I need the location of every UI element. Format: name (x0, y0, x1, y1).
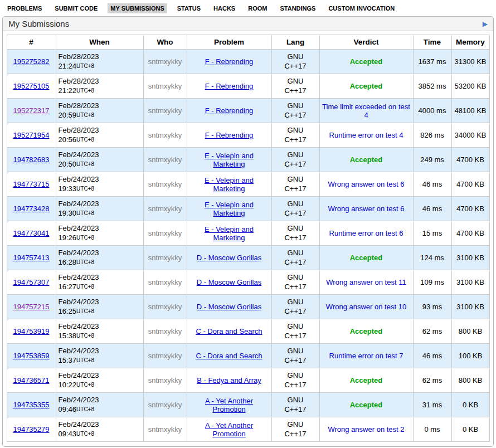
submission-id-cell: 194782683 (7, 148, 56, 172)
submission-author: sntmxykky (143, 197, 187, 221)
submission-exec-time: 826 ms (413, 123, 451, 148)
submission-verdict: Accepted (319, 246, 413, 270)
submission-id-link[interactable]: 195275282 (13, 57, 49, 66)
submission-problem-cell: F - Rebrending (187, 50, 271, 74)
submission-id-link[interactable]: 194753919 (13, 327, 49, 335)
language-text: C++17 (274, 233, 317, 243)
problem-link[interactable]: F - Rebrending (205, 106, 254, 115)
contest-nav: PROBLEMSSUBMIT CODEMY SUBMISSIONSSTATUSH… (0, 0, 496, 16)
language-text: GNU (274, 420, 317, 430)
submission-id-link[interactable]: 194735279 (13, 425, 49, 434)
timezone-label: UTC+8 (76, 161, 94, 167)
language-text: GNU (274, 347, 317, 356)
language-text: C++17 (274, 62, 317, 71)
submission-time: 19:26UTC+8 (59, 233, 141, 242)
problem-link[interactable]: D - Moscow Gorillas (197, 303, 261, 311)
submission-id-cell: 194773428 (7, 197, 56, 221)
submission-when: Feb/24/202316:28UTC+8 (56, 246, 143, 270)
verdict-text: Wrong answer on test 11 (326, 278, 406, 286)
language-text: C++17 (274, 430, 317, 439)
submission-row-194773715: 194773715Feb/24/202319:33UTC+8sntmxykkyE… (7, 172, 489, 197)
submission-row-194735355: 194735355Feb/24/202309:46UTC+8sntmxykkyA… (7, 393, 489, 417)
timezone-label: UTC+8 (76, 259, 94, 265)
submission-author: sntmxykky (143, 99, 187, 123)
submission-exec-time: 109 ms (413, 270, 451, 295)
problem-link[interactable]: E - Velepin and Marketing (205, 225, 254, 242)
submission-id-link[interactable]: 194773715 (13, 180, 49, 188)
submission-author: sntmxykky (143, 148, 187, 172)
timezone-label: UTC+8 (76, 357, 94, 363)
submission-id-link[interactable]: 194773428 (13, 204, 49, 213)
submission-memory: 800 KB (451, 319, 489, 344)
submission-exec-time: 0 ms (413, 417, 451, 442)
problem-link[interactable]: C - Dora and Search (196, 352, 262, 360)
submission-row-194735279: 194735279Feb/24/202309:43UTC+8sntmxykkyA… (7, 417, 489, 442)
submission-id-link[interactable]: 194757307 (13, 278, 49, 286)
verdict-text: Accepted (350, 82, 383, 90)
submission-id-link[interactable]: 194782683 (13, 155, 49, 164)
problem-link[interactable]: E - Velepin and Marketing (205, 152, 254, 168)
problem-link[interactable]: E - Velepin and Marketing (205, 176, 254, 193)
submission-when: Feb/24/202319:26UTC+8 (56, 221, 143, 246)
submission-date: Feb/24/2023 (59, 224, 141, 233)
nav-item-room[interactable]: ROOM (245, 3, 270, 13)
language-text: C++17 (274, 356, 317, 366)
submission-id-link[interactable]: 195272317 (13, 106, 49, 115)
submission-row-194757215: 194757215Feb/24/202316:25UTC+8sntmxykkyD… (7, 295, 489, 319)
page-title: My Submissions (8, 19, 69, 28)
submission-author: sntmxykky (143, 270, 187, 295)
submission-id-link[interactable]: 194757215 (13, 303, 49, 311)
table-header-row: #WhenWhoProblemLangVerdictTimeMemory (7, 35, 489, 50)
problem-link[interactable]: D - Moscow Gorillas (197, 278, 261, 286)
submission-time: 16:28UTC+8 (59, 258, 141, 267)
submission-date: Feb/24/2023 (59, 150, 141, 159)
problem-link[interactable]: A - Yet Another Promotion (205, 397, 253, 413)
nav-item-my-submissions[interactable]: MY SUBMISSIONS (108, 3, 167, 13)
submission-exec-time: 46 ms (413, 172, 451, 197)
nav-item-problems[interactable]: PROBLEMS (4, 3, 45, 13)
submission-when: Feb/24/202309:43UTC+8 (56, 417, 143, 442)
nav-item-hacks[interactable]: HACKS (211, 3, 238, 13)
nav-item-status[interactable]: STATUS (174, 3, 203, 13)
verdict-text: Accepted (350, 155, 383, 164)
submission-id-link[interactable]: 194757413 (13, 254, 49, 262)
nav-item-standings[interactable]: STANDINGS (277, 3, 318, 13)
submission-id-link[interactable]: 195271954 (13, 131, 49, 139)
problem-link[interactable]: C - Dora and Search (196, 327, 262, 335)
column-header-memory: Memory (451, 35, 489, 50)
submission-problem-cell: E - Velepin and Marketing (187, 197, 271, 221)
submission-problem-cell: E - Velepin and Marketing (187, 221, 271, 246)
submission-when: Feb/24/202320:50UTC+8 (56, 148, 143, 172)
submission-row-194773428: 194773428Feb/24/202319:30UTC+8sntmxykkyE… (7, 197, 489, 221)
submission-memory: 53200 KB (451, 74, 489, 99)
column-header-when: When (56, 35, 143, 50)
problem-link[interactable]: D - Moscow Gorillas (197, 254, 261, 262)
submission-id-link[interactable]: 194736571 (13, 376, 49, 384)
submission-id-cell: 195272317 (7, 99, 56, 123)
problem-link[interactable]: F - Rebrending (205, 82, 254, 90)
submission-author: sntmxykky (143, 172, 187, 197)
submission-problem-cell: B - Fedya and Array (187, 368, 271, 393)
problem-link[interactable]: F - Rebrending (205, 57, 254, 66)
submission-language: GNUC++17 (271, 295, 319, 319)
submission-id-cell: 195271954 (7, 123, 56, 148)
submission-when: Feb/28/202320:56UTC+8 (56, 123, 143, 148)
submission-id-cell: 194757215 (7, 295, 56, 319)
timezone-label: UTC+8 (76, 382, 94, 388)
submission-id-link[interactable]: 194753859 (13, 352, 49, 360)
submission-time: 10:22UTC+8 (59, 381, 141, 389)
submission-date: Feb/24/2023 (59, 420, 141, 429)
submission-language: GNUC++17 (271, 99, 319, 123)
problem-link[interactable]: B - Fedya and Array (197, 376, 261, 384)
nav-item-custom-invocation[interactable]: CUSTOM INVOCATION (325, 3, 397, 13)
submission-id-link[interactable]: 194735355 (13, 401, 49, 409)
language-text: GNU (274, 101, 317, 111)
problem-link[interactable]: A - Yet Another Promotion (205, 421, 253, 438)
nav-item-submit-code[interactable]: SUBMIT CODE (52, 3, 100, 13)
collapse-arrow-icon[interactable]: ▶ (483, 21, 488, 27)
submission-language: GNUC++17 (271, 344, 319, 368)
problem-link[interactable]: F - Rebrending (205, 131, 254, 139)
submission-id-link[interactable]: 195275105 (13, 82, 49, 90)
problem-link[interactable]: E - Velepin and Marketing (205, 201, 254, 217)
submission-id-link[interactable]: 194773041 (13, 229, 49, 237)
